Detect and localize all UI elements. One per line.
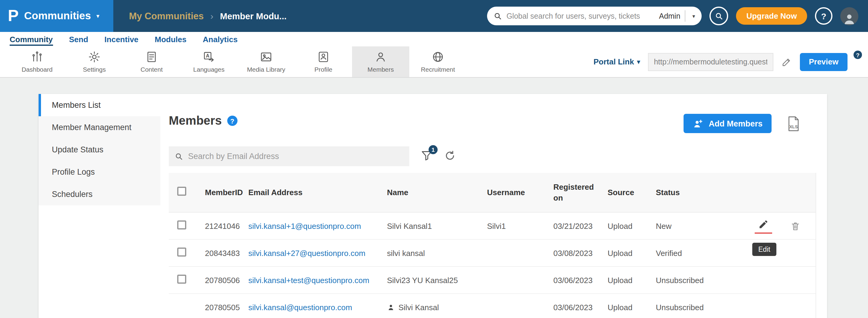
primary-nav: Community Send Incentive Modules Analyti… — [0, 32, 868, 46]
preview-button[interactable]: Preview — [800, 53, 847, 71]
tab-label: Profile — [314, 66, 333, 73]
globe-icon — [432, 50, 444, 63]
sidebar-item-update-status[interactable]: Update Status — [38, 139, 160, 161]
delete-member-button[interactable] — [790, 221, 801, 231]
table-row: 20780506 silvi.kansal+test@questionpro.c… — [169, 267, 815, 294]
tab-settings[interactable]: Settings — [66, 46, 123, 77]
member-id: 20780506 — [198, 276, 241, 285]
page-title: Members — [169, 114, 222, 128]
member-name: Silvi23 YU Kansal25 — [380, 276, 480, 285]
top-bar: P Communities ▾ My Communities › Member … — [0, 0, 868, 32]
tab-label: Languages — [193, 66, 224, 73]
member-name: Silvi Kansal — [398, 303, 439, 312]
person-icon — [387, 303, 395, 311]
member-email-link[interactable]: silvi.kansal+1@questionpro.com — [248, 221, 361, 231]
global-search-input[interactable] — [506, 12, 655, 20]
member-id: 20780505 — [198, 303, 241, 312]
nav-item-analytics[interactable]: Analytics — [203, 35, 238, 43]
member-id: 21241046 — [198, 221, 241, 231]
member-source: Upload — [600, 303, 649, 312]
tab-label: Media Library — [247, 66, 285, 73]
members-table: MemberID Email Address Name Username Reg… — [169, 173, 816, 318]
product-name: Communities — [24, 10, 91, 22]
chevron-down-icon: ▾ — [96, 13, 99, 19]
member-email-link[interactable]: silvi.kansal+test@questionpro.com — [248, 276, 369, 285]
pencil-icon — [781, 56, 792, 67]
search-icon — [715, 12, 723, 20]
xls-icon: XLS — [789, 125, 798, 129]
members-card: Members List Member Management Update St… — [38, 94, 827, 318]
nav-item-community[interactable]: Community — [10, 35, 53, 45]
member-email-link[interactable]: silvi.kansal@questionpro.com — [248, 303, 352, 312]
member-status: Verified — [649, 248, 727, 257]
document-icon — [145, 50, 158, 63]
divider — [684, 10, 685, 22]
image-icon — [260, 50, 273, 63]
header-name: Name — [380, 187, 480, 198]
select-all-checkbox[interactable] — [177, 186, 186, 196]
tab-media-library[interactable]: Media Library — [238, 46, 295, 77]
product-switcher[interactable]: P Communities ▾ — [0, 0, 113, 32]
tab-label: Recruitment — [421, 66, 455, 73]
row-checkbox[interactable] — [177, 248, 186, 256]
toolbar-help-button[interactable]: ? — [854, 50, 862, 59]
user-icon — [843, 12, 856, 25]
member-name: silvi kansal — [380, 248, 480, 257]
member-registered: 03/21/2023 — [546, 221, 600, 231]
help-button[interactable]: ? — [815, 7, 832, 25]
sidebar-item-schedulers[interactable]: Schedulers — [38, 183, 160, 205]
gear-icon — [88, 50, 101, 63]
members-sidebar: Members List Member Management Update St… — [38, 94, 160, 205]
nav-item-modules[interactable]: Modules — [155, 35, 186, 43]
sidebar-item-members-list[interactable]: Members List — [38, 94, 160, 116]
avatar[interactable] — [840, 7, 858, 25]
global-search[interactable]: Admin ▾ — [487, 7, 702, 25]
header-username: Username — [480, 187, 546, 198]
members-help-button[interactable]: ? — [227, 116, 238, 126]
tab-content[interactable]: Content — [123, 46, 180, 77]
tab-label: Settings — [83, 66, 106, 73]
row-checkbox[interactable] — [177, 220, 186, 229]
members-main: Members ? Add Members XLS 1 — [169, 94, 816, 318]
breadcrumb-current: Member Modu... — [220, 11, 287, 21]
tab-languages[interactable]: A Languages — [180, 46, 238, 77]
sidebar-item-profile-logs[interactable]: Profile Logs — [38, 161, 160, 183]
tab-recruitment[interactable]: Recruitment — [409, 46, 467, 77]
edit-member-button[interactable] — [755, 218, 772, 234]
nav-item-send[interactable]: Send — [69, 35, 88, 43]
member-source: Upload — [600, 221, 649, 231]
filter-button[interactable]: 1 — [421, 149, 433, 164]
search-icon — [494, 12, 502, 20]
header-registered-on: Registered on — [546, 182, 600, 203]
tab-dashboard[interactable]: Dashboard — [8, 46, 66, 77]
chevron-down-icon[interactable]: ▾ — [689, 13, 698, 19]
dashboard-icon — [31, 50, 43, 63]
nav-item-incentive[interactable]: Incentive — [104, 35, 138, 43]
trash-icon — [790, 221, 801, 231]
chevron-down-icon: ▾ — [637, 59, 640, 65]
export-xls-button[interactable]: XLS — [786, 116, 801, 132]
questionpro-logo-icon: P — [8, 8, 19, 24]
header-email: Email Address — [241, 187, 380, 198]
search-button[interactable] — [710, 7, 728, 25]
add-members-label: Add Members — [709, 119, 763, 128]
tab-profile[interactable]: Profile — [295, 46, 352, 77]
portal-link-dropdown[interactable]: Portal Link ▾ — [593, 57, 640, 66]
header-status: Status — [649, 187, 727, 198]
search-scope-label: Admin — [659, 12, 680, 20]
tab-label: Dashboard — [22, 66, 53, 73]
portal-url-input[interactable] — [648, 53, 773, 71]
topbar-actions: Admin ▾ Upgrade Now ? — [487, 7, 868, 25]
add-members-button[interactable]: Add Members — [683, 114, 772, 133]
member-search[interactable] — [169, 146, 409, 166]
member-email-link[interactable]: silvi.kansal+27@questionpro.com — [248, 248, 365, 257]
edit-url-button[interactable] — [781, 56, 792, 67]
refresh-button[interactable] — [444, 150, 456, 164]
tab-members[interactable]: Members — [352, 46, 409, 77]
member-search-input[interactable] — [188, 152, 403, 161]
search-icon — [175, 152, 183, 161]
breadcrumb-parent[interactable]: My Communities — [129, 10, 204, 22]
sidebar-item-member-management[interactable]: Member Management — [38, 116, 160, 139]
row-checkbox[interactable] — [177, 275, 186, 284]
upgrade-now-button[interactable]: Upgrade Now — [736, 7, 807, 25]
